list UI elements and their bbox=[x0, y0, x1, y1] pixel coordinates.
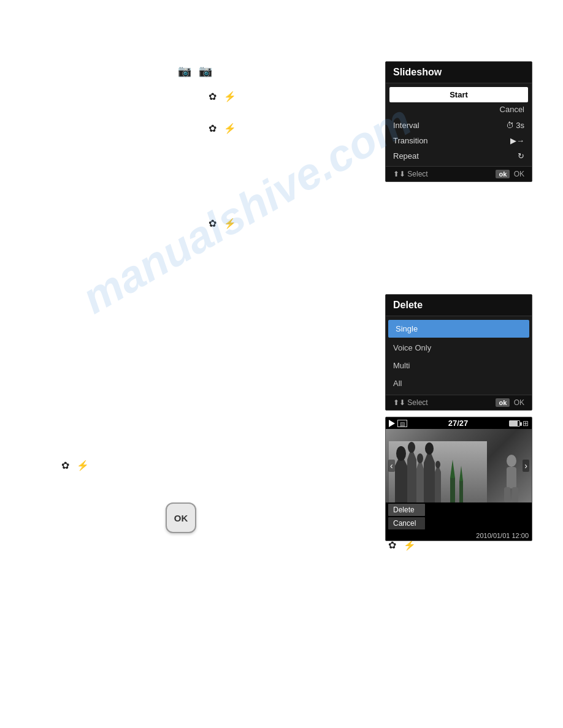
flower-icon-1: ✿ bbox=[209, 91, 216, 102]
delete-voice-only[interactable]: Voice Only bbox=[386, 339, 532, 357]
icon-pair-4: ✿ ⚡ bbox=[61, 460, 89, 471]
context-cancel-button[interactable]: Cancel bbox=[388, 517, 425, 529]
delete-single[interactable]: Single bbox=[388, 320, 529, 338]
watermark: manualshive.com bbox=[74, 94, 419, 323]
ok-button[interactable]: OK bbox=[166, 502, 196, 533]
delete-ok-hint: ok OK bbox=[496, 398, 524, 407]
flower-icon-3: ✿ bbox=[209, 218, 216, 229]
svg-rect-7 bbox=[424, 463, 435, 502]
svg-rect-1 bbox=[395, 466, 407, 502]
play-icon bbox=[389, 420, 395, 427]
slideshow-transition-row: Transition ▶→ bbox=[386, 133, 532, 148]
svg-point-15 bbox=[435, 461, 440, 468]
lightning-icon-1: ⚡ bbox=[224, 91, 236, 102]
lightning-icon-2: ⚡ bbox=[224, 123, 236, 134]
select-hint: ⬆⬇ Select bbox=[393, 170, 428, 178]
flower-icon-2: ✿ bbox=[209, 123, 216, 134]
lightning-icon-5: ⚡ bbox=[404, 540, 416, 550]
slideshow-panel: Slideshow Start Cancel Interval ⏱ 3s Tra… bbox=[385, 61, 532, 182]
slideshow-interval-row: Interval ⏱ 3s bbox=[386, 118, 532, 133]
camera-timestamp: 2010/01/01 12:00 bbox=[386, 531, 532, 540]
svg-rect-16 bbox=[450, 478, 455, 502]
svg-point-13 bbox=[417, 453, 423, 463]
camera-image-area: ‹ › bbox=[386, 429, 532, 502]
svg-rect-23 bbox=[512, 487, 518, 502]
svg-rect-3 bbox=[407, 460, 416, 502]
flower-icon-4: ✿ bbox=[61, 460, 69, 471]
ok-hint: ok OK bbox=[496, 170, 524, 178]
context-delete-button[interactable]: Delete bbox=[388, 504, 425, 516]
icon-pair-2: ✿ ⚡ bbox=[209, 123, 236, 134]
slideshow-cancel[interactable]: Cancel bbox=[386, 104, 532, 118]
slideshow-footer: ⬆⬇ Select ok OK bbox=[386, 166, 532, 181]
nav-prev-button[interactable]: ‹ bbox=[388, 460, 395, 472]
delete-all[interactable]: All bbox=[386, 374, 532, 392]
svg-rect-21 bbox=[507, 467, 516, 488]
slideshow-title: Slideshow bbox=[386, 62, 532, 83]
delete-multi[interactable]: Multi bbox=[386, 357, 532, 374]
svg-point-14 bbox=[425, 442, 434, 455]
interval-label: Interval bbox=[393, 121, 419, 130]
slideshow-repeat-row: Repeat ↻ bbox=[386, 148, 532, 164]
camera-video-icons: 📷 📷 bbox=[178, 64, 212, 78]
camera-context-menu: Delete Cancel bbox=[386, 502, 532, 531]
film-icon: ▤ bbox=[397, 420, 407, 427]
svg-rect-9 bbox=[435, 472, 441, 502]
icon-pair-3: ✿ ⚡ bbox=[209, 218, 236, 229]
battery-icon bbox=[509, 420, 520, 427]
icon-pair-1: ✿ ⚡ bbox=[209, 91, 236, 102]
delete-title: Delete bbox=[386, 295, 532, 316]
cathedral-image bbox=[389, 441, 487, 502]
photo-counter: 27/27 bbox=[448, 419, 469, 428]
svg-point-12 bbox=[408, 442, 415, 453]
delete-panel: Delete Single Voice Only Multi All ⬆⬇ Se… bbox=[385, 294, 532, 411]
repeat-value: ↻ bbox=[518, 151, 524, 161]
svg-point-20 bbox=[507, 455, 516, 467]
flower-icon-5: ✿ bbox=[388, 540, 396, 550]
svg-point-11 bbox=[396, 446, 406, 461]
person-silhouette bbox=[501, 453, 523, 502]
sd-card-icon: ⊞ bbox=[523, 419, 529, 428]
interval-value: ⏱ 3s bbox=[506, 121, 524, 130]
svg-rect-22 bbox=[504, 487, 510, 502]
delete-footer: ⬆⬇ Select ok OK bbox=[386, 395, 532, 410]
camera-top-bar: ▤ 27/27 ⊞ bbox=[386, 417, 532, 429]
nav-next-button[interactable]: › bbox=[523, 460, 529, 472]
transition-label: Transition bbox=[393, 136, 428, 145]
camera-status-icons: ⊞ bbox=[509, 419, 529, 428]
camera-preview-panel: ▤ 27/27 ⊞ bbox=[385, 417, 532, 541]
lightning-icon-3: ⚡ bbox=[224, 218, 236, 229]
svg-rect-18 bbox=[459, 481, 463, 502]
repeat-label: Repeat bbox=[393, 151, 419, 161]
svg-rect-5 bbox=[416, 469, 424, 502]
delete-select-hint: ⬆⬇ Select bbox=[393, 398, 428, 407]
camera-play-icon-area: ▤ bbox=[389, 420, 407, 427]
lightning-icon-4: ⚡ bbox=[77, 460, 89, 471]
transition-value: ▶→ bbox=[510, 136, 524, 145]
slideshow-start-button[interactable]: Start bbox=[389, 87, 528, 102]
